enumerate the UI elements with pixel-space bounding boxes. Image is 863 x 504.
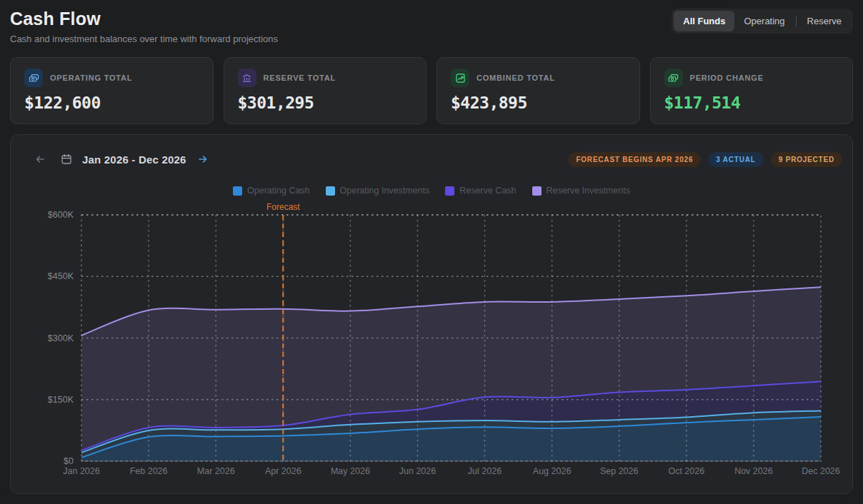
tab-reserve[interactable]: Reserve [798, 11, 851, 31]
stat-label: PERIOD CHANGE [690, 74, 764, 82]
chart-badges: FORECAST BEGINS APR 20263 ACTUAL9 PROJEC… [568, 152, 842, 167]
legend-label: Reserve Cash [459, 186, 516, 196]
x-axis-tick: Jan 2026 [63, 466, 99, 476]
stats-row: OPERATING TOTAL $122,600 RESERVE TOTAL $… [0, 57, 863, 124]
arrow-right-icon [196, 153, 209, 165]
stat-card-period-change: PERIOD CHANGE $117,514 [650, 57, 854, 124]
date-range-nav: Jan 2026 - Dec 2026 [32, 152, 211, 166]
banknotes-icon [24, 69, 43, 87]
badge-9-projected: 9 PROJECTED [771, 152, 842, 167]
forecast-label: Forecast [266, 202, 300, 212]
x-axis-tick: Nov 2026 [734, 466, 773, 476]
x-axis-tick: May 2026 [331, 466, 370, 476]
legend-swatch [233, 186, 242, 196]
stat-label: RESERVE TOTAL [264, 74, 336, 82]
y-axis-tick: $450K [48, 271, 74, 281]
legend-item-operating-investments: Operating Investments [326, 186, 430, 196]
legend-item-operating-cash: Operating Cash [233, 186, 310, 196]
stat-card-combined-total: COMBINED TOTAL $423,895 [437, 57, 640, 124]
stat-value: $301,295 [238, 94, 413, 112]
legend-label: Operating Cash [247, 186, 310, 196]
arrow-left-icon [34, 153, 46, 165]
y-axis-tick: $0 [64, 456, 74, 466]
stat-card-reserve-total: RESERVE TOTAL $301,295 [224, 57, 427, 124]
x-axis-tick: Apr 2026 [265, 466, 301, 476]
legend-label: Reserve Investments [547, 186, 630, 196]
stat-card-header: PERIOD CHANGE [664, 69, 839, 87]
stat-card-operating-total: OPERATING TOTAL $122,600 [10, 57, 214, 124]
funds-tab-group: All FundsOperatingReserve [672, 9, 853, 34]
stat-label: COMBINED TOTAL [477, 74, 555, 82]
x-axis-tick: Aug 2026 [533, 466, 572, 476]
chart-up-icon [451, 69, 469, 87]
stat-card-header: COMBINED TOTAL [451, 69, 626, 87]
tab-operating[interactable]: Operating [734, 11, 794, 31]
x-axis-tick: Oct 2026 [668, 466, 704, 476]
tab-all-funds[interactable]: All Funds [674, 11, 734, 31]
stat-value: $423,895 [451, 94, 626, 112]
stat-label: OPERATING TOTAL [50, 74, 132, 82]
next-period-button[interactable] [195, 152, 211, 166]
chart-header: Jan 2026 - Dec 2026 FORECAST BEGINS APR … [11, 135, 852, 176]
chart-legend: Operating Cash Operating Investments Res… [11, 186, 852, 196]
date-range-label: Jan 2026 - Dec 2026 [82, 153, 186, 166]
cash-flow-chart-panel: $0$150K$300K$450K$600KJan 2026Feb 2026Ma… [10, 134, 853, 494]
x-axis-tick: Feb 2026 [130, 466, 168, 476]
bank-icon [238, 69, 256, 87]
banknotes-icon [664, 69, 683, 87]
calendar-icon [61, 153, 72, 165]
legend-swatch [532, 186, 542, 196]
legend-item-reserve-investments: Reserve Investments [532, 186, 630, 196]
y-axis-tick: $150K [48, 395, 74, 405]
y-axis-tick: $300K [48, 333, 74, 343]
x-axis-tick: Dec 2026 [802, 466, 840, 476]
badge-3-actual: 3 ACTUAL [708, 152, 763, 167]
page-subtitle: Cash and investment balances over time w… [10, 34, 853, 44]
legend-item-reserve-cash: Reserve Cash [445, 186, 516, 196]
y-axis-tick: $600K [48, 210, 74, 220]
x-axis-tick: Jul 2026 [468, 466, 502, 476]
page-header: Cash Flow Cash and investment balances o… [0, 0, 863, 56]
stat-value: $122,600 [24, 94, 199, 112]
x-axis-tick: Jun 2026 [399, 466, 436, 476]
x-axis-tick: Mar 2026 [197, 466, 235, 476]
badge-forecast-begins-apr-2026: FORECAST BEGINS APR 2026 [568, 152, 701, 167]
previous-period-button[interactable] [32, 152, 48, 166]
tab-divider [796, 16, 797, 27]
legend-swatch [326, 186, 335, 196]
legend-swatch [445, 186, 454, 196]
legend-label: Operating Investments [340, 186, 430, 196]
x-axis-tick: Sep 2026 [600, 466, 639, 476]
stat-value: $117,514 [664, 94, 839, 112]
stat-card-header: OPERATING TOTAL [24, 69, 199, 87]
stat-card-header: RESERVE TOTAL [238, 69, 413, 87]
